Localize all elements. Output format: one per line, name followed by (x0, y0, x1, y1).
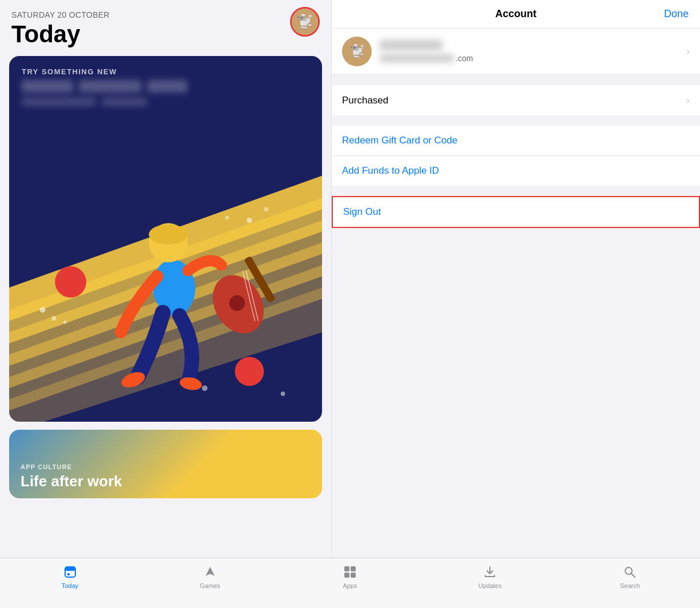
profile-info: .com (380, 40, 678, 63)
purchased-label: Purchased (342, 95, 686, 106)
avatar-button[interactable]: 🐩 (290, 7, 320, 37)
svg-rect-29 (344, 566, 349, 571)
tab-search[interactable]: Search (560, 564, 700, 589)
profile-name-blurred (380, 40, 442, 50)
svg-point-11 (264, 207, 268, 211)
svg-rect-31 (344, 573, 349, 578)
hero-card-label: TRY SOMETHING NEW (22, 67, 117, 76)
svg-point-7 (40, 307, 46, 313)
add-funds-row[interactable]: Add Funds to Apple ID (332, 156, 700, 186)
svg-point-15 (281, 391, 285, 396)
date-label: SATURDAY 20 OCTOBER (11, 10, 320, 19)
tab-today[interactable]: Today (0, 564, 140, 589)
blur-block-1 (22, 80, 73, 93)
profile-email-blurred (380, 54, 454, 62)
hero-illustration (9, 102, 322, 422)
left-panel: SATURDAY 20 OCTOBER Today 🐩 TRY SOMETHIN… (0, 0, 331, 558)
avatar-dog-large: 🐩 (342, 37, 372, 66)
profile-chevron-icon: › (686, 46, 690, 58)
svg-rect-32 (351, 573, 356, 578)
profile-row[interactable]: 🐩 .com › (332, 29, 700, 75)
updates-icon (482, 564, 498, 580)
today-icon (62, 564, 78, 580)
signout-row[interactable]: Sign Out (333, 197, 699, 227)
tab-updates-label: Updates (478, 582, 502, 589)
redeem-label: Redeem Gift Card or Code (342, 135, 457, 146)
account-title: Account (496, 8, 537, 20)
blurred-title-row (22, 80, 309, 93)
left-scroll: TRY SOMETHING NEW (0, 56, 331, 558)
blur-block-2 (79, 80, 142, 93)
tab-search-label: Search (620, 582, 640, 589)
purchased-row[interactable]: Purchased › (332, 85, 700, 115)
svg-point-10 (247, 218, 252, 223)
tab-games[interactable]: Games (140, 564, 280, 589)
svg-point-8 (51, 316, 56, 321)
svg-point-23 (230, 295, 245, 311)
svg-rect-30 (351, 566, 356, 571)
second-card[interactable]: APP CULTURE Life after work (9, 430, 322, 498)
svg-point-13 (235, 357, 264, 386)
svg-line-34 (631, 574, 635, 577)
svg-point-14 (202, 385, 208, 391)
hero-card[interactable]: TRY SOMETHING NEW (9, 56, 322, 422)
email-suffix: .com (456, 54, 473, 63)
avatar-dog-small: 🐩 (292, 9, 318, 35)
svg-point-9 (63, 321, 67, 324)
today-title: Today (11, 21, 320, 48)
done-button[interactable]: Done (664, 8, 689, 20)
left-header: SATURDAY 20 OCTOBER Today 🐩 (0, 0, 331, 56)
search-icon (622, 564, 638, 580)
svg-point-33 (625, 567, 632, 574)
svg-point-18 (149, 225, 188, 245)
tab-apps-label: Apps (343, 582, 357, 589)
svg-point-12 (226, 216, 229, 219)
profile-avatar: 🐩 (342, 37, 372, 66)
tab-bar: Today Games Apps Updates (0, 558, 700, 608)
right-panel: Account Done 🐩 .com › (331, 0, 700, 558)
svg-point-6 (55, 266, 86, 298)
tab-updates[interactable]: Updates (420, 564, 560, 589)
redeem-row[interactable]: Redeem Gift Card or Code (332, 126, 700, 156)
tab-today-label: Today (62, 582, 78, 589)
tab-apps[interactable]: Apps (280, 564, 420, 589)
purchased-chevron-icon: › (686, 94, 690, 106)
signout-section: Sign Out (332, 196, 700, 228)
redeem-funds-section: Redeem Gift Card or Code Add Funds to Ap… (332, 126, 700, 186)
profile-section: 🐩 .com › (332, 29, 700, 75)
purchased-section: Purchased › (332, 85, 700, 115)
svg-rect-27 (65, 567, 75, 571)
blur-block-3 (147, 80, 187, 93)
svg-rect-28 (67, 573, 70, 575)
add-funds-label: Add Funds to Apple ID (342, 165, 439, 177)
account-header: Account Done (332, 0, 700, 29)
second-card-label: APP CULTURE (21, 463, 311, 470)
second-card-title: Life after work (21, 473, 311, 490)
account-content: 🐩 .com › Purchased › (332, 29, 700, 558)
profile-email-row: .com (380, 54, 678, 63)
games-icon (202, 564, 218, 580)
apps-icon (342, 564, 358, 580)
signout-label: Sign Out (343, 206, 381, 218)
tab-games-label: Games (200, 582, 220, 589)
